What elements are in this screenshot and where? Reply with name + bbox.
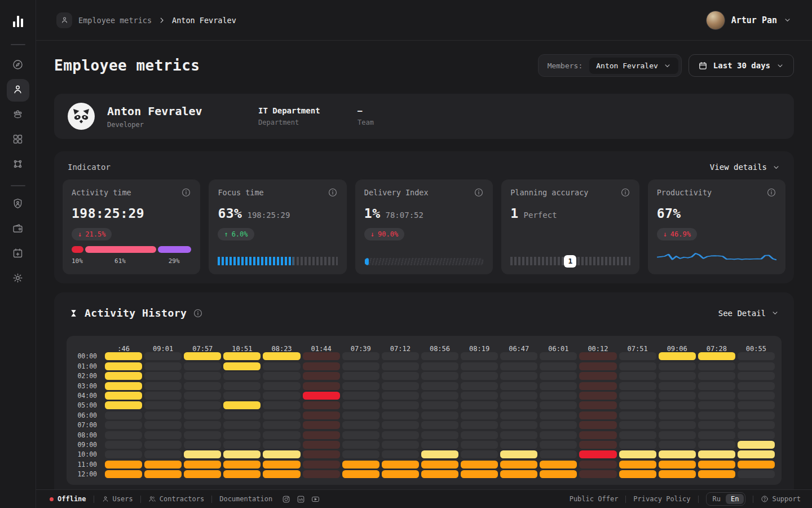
heatmap-cell[interactable] [500, 470, 537, 478]
heatmap-cell[interactable] [738, 392, 775, 400]
heatmap-cell[interactable] [500, 362, 537, 370]
heatmap-cell[interactable] [540, 441, 577, 449]
heatmap-cell[interactable] [619, 461, 656, 468]
heatmap-cell[interactable] [540, 421, 577, 429]
heatmap-cell[interactable] [342, 372, 379, 380]
heatmap-cell[interactable] [540, 401, 577, 409]
heatmap-cell[interactable] [105, 461, 142, 468]
language-option-ru[interactable]: Ru [708, 494, 726, 504]
heatmap-cell[interactable] [659, 461, 696, 468]
heatmap-cell[interactable] [303, 401, 340, 409]
heatmap-cell[interactable] [579, 411, 616, 419]
heatmap-cell[interactable] [144, 411, 182, 419]
date-range-select[interactable]: Last 30 days [689, 54, 794, 77]
heatmap-cell[interactable] [500, 352, 537, 360]
heatmap-cell[interactable] [500, 401, 537, 409]
breadcrumb-section[interactable]: Employee metrics [78, 16, 152, 25]
heatmap-cell[interactable] [303, 470, 340, 478]
heatmap-cell[interactable] [342, 362, 379, 370]
heatmap-cell[interactable] [540, 461, 577, 468]
heatmap-cell[interactable] [303, 372, 340, 380]
heatmap-cell[interactable] [382, 352, 419, 360]
heatmap-cell[interactable] [382, 441, 419, 449]
heatmap-cell[interactable] [421, 431, 458, 439]
heatmap-cell[interactable] [659, 450, 696, 458]
info-icon[interactable] [474, 187, 484, 198]
info-icon[interactable] [620, 187, 630, 198]
heatmap-cell[interactable] [461, 362, 498, 370]
see-detail-button[interactable]: See Detail [718, 309, 779, 318]
heatmap-cell[interactable] [619, 470, 656, 478]
heatmap-cell[interactable] [461, 421, 498, 429]
heatmap-cell[interactable] [659, 470, 696, 478]
heatmap-cell[interactable] [579, 372, 616, 380]
heatmap-cell[interactable] [461, 411, 498, 419]
heatmap-cell[interactable] [105, 382, 142, 390]
sidebar-item-team[interactable] [7, 104, 29, 126]
heatmap-cell[interactable] [619, 421, 656, 429]
heatmap-cell[interactable] [263, 461, 300, 468]
heatmap-cell[interactable] [223, 421, 261, 429]
heatmap-cell[interactable] [223, 461, 261, 468]
heatmap-cell[interactable] [659, 372, 696, 380]
heatmap-cell[interactable] [144, 461, 182, 468]
heatmap-cell[interactable] [461, 372, 498, 380]
heatmap-cell[interactable] [540, 382, 577, 390]
heatmap-cell[interactable] [144, 470, 182, 478]
heatmap-cell[interactable] [303, 411, 340, 419]
heatmap-cell[interactable] [105, 450, 142, 458]
heatmap-cell[interactable] [659, 362, 696, 370]
heatmap-cell[interactable] [105, 470, 142, 478]
heatmap-cell[interactable] [105, 411, 142, 419]
heatmap-cell[interactable] [579, 382, 616, 390]
heatmap-cell[interactable] [382, 450, 419, 458]
heatmap-cell[interactable] [223, 362, 261, 370]
heatmap-cell[interactable] [698, 441, 735, 449]
heatmap-cell[interactable] [540, 450, 577, 458]
heatmap-cell[interactable] [500, 392, 537, 400]
heatmap-cell[interactable] [342, 461, 379, 468]
heatmap-cell[interactable] [698, 352, 735, 360]
heatmap-cell[interactable] [342, 401, 379, 409]
heatmap-cell[interactable] [144, 372, 182, 380]
heatmap-cell[interactable] [303, 362, 340, 370]
heatmap-cell[interactable] [263, 421, 300, 429]
heatmap-cell[interactable] [619, 441, 656, 449]
heatmap-cell[interactable] [421, 421, 458, 429]
heatmap-cell[interactable] [738, 352, 775, 360]
footer-link-documentation[interactable]: Documentation [219, 495, 272, 503]
heatmap-cell[interactable] [659, 411, 696, 419]
heatmap-cell[interactable] [579, 421, 616, 429]
heatmap-cell[interactable] [223, 450, 261, 458]
heatmap-cell[interactable] [619, 450, 656, 458]
heatmap-cell[interactable] [619, 362, 656, 370]
heatmap-cell[interactable] [461, 470, 498, 478]
heatmap-cell[interactable] [421, 450, 458, 458]
heatmap-cell[interactable] [223, 372, 261, 380]
heatmap-cell[interactable] [223, 352, 261, 360]
heatmap-cell[interactable] [303, 450, 340, 458]
heatmap-cell[interactable] [619, 372, 656, 380]
heatmap-cell[interactable] [382, 372, 419, 380]
heatmap-cell[interactable] [540, 470, 577, 478]
heatmap-cell[interactable] [342, 431, 379, 439]
heatmap-cell[interactable] [105, 392, 142, 400]
heatmap-cell[interactable] [105, 372, 142, 380]
heatmap-cell[interactable] [461, 382, 498, 390]
heatmap-cell[interactable] [698, 450, 735, 458]
heatmap-cell[interactable] [421, 352, 458, 360]
heatmap-cell[interactable] [382, 362, 419, 370]
heatmap-cell[interactable] [698, 382, 735, 390]
heatmap-cell[interactable] [144, 421, 182, 429]
heatmap-cell[interactable] [184, 401, 221, 409]
heatmap-cell[interactable] [738, 421, 775, 429]
heatmap-cell[interactable] [698, 392, 735, 400]
heatmap-cell[interactable] [382, 461, 419, 468]
heatmap-cell[interactable] [461, 461, 498, 468]
linkedin-icon[interactable] [297, 495, 305, 503]
info-icon[interactable] [766, 187, 776, 198]
instagram-icon[interactable] [282, 495, 290, 503]
heatmap-cell[interactable] [421, 461, 458, 468]
heatmap-cell[interactable] [579, 461, 616, 468]
heatmap-cell[interactable] [223, 392, 261, 400]
